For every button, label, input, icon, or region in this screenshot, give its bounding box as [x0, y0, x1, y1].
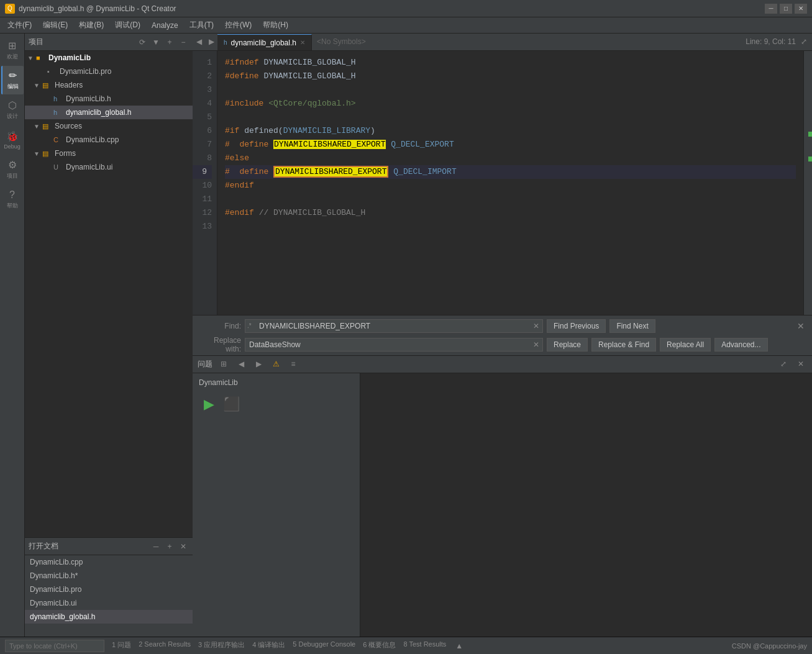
sidebar-debug[interactable]: 🐞 Debug [1, 125, 24, 154]
open-docs-minimize[interactable]: ─ [150, 541, 162, 552]
tab-next-btn[interactable]: ▶ [205, 34, 217, 50]
open-docs-header: 打开文档 ─ + ✕ [25, 538, 193, 555]
menu-controls[interactable]: 控件(W) [220, 19, 257, 32]
doc-item-pro[interactable]: DynamicLib.pro [25, 583, 193, 596]
status-tab-issues[interactable]: 1 问题 [112, 640, 131, 652]
issues-maximize-btn[interactable]: ⤢ [777, 358, 790, 370]
tab-prev-btn[interactable]: ◀ [193, 34, 205, 50]
menu-build[interactable]: 构建(B) [74, 19, 109, 32]
menu-analyze[interactable]: Analyze [147, 19, 183, 32]
find-row: Find: .* ✕ Find Previous Find Next ✕ [198, 318, 807, 334]
find-input[interactable] [245, 319, 543, 333]
status-tab-up-btn[interactable]: ▲ [454, 640, 465, 652]
replace-clear-button[interactable]: ✕ [531, 339, 542, 350]
status-tab-debugger[interactable]: 5 Debugger Console [293, 640, 355, 652]
tab-global-h[interactable]: h dynamiclib_global.h ✕ [217, 34, 312, 50]
doc-item-global-h[interactable]: dynamiclib_global.h [25, 610, 193, 624]
run-button[interactable]: ▶ [199, 394, 219, 414]
file-tree: 项目 ⟳ ▼ + − ▼ ■ DynamicLib [25, 34, 193, 537]
menu-file[interactable]: 文件(F) [2, 19, 37, 32]
tree-item-project[interactable]: ▼ ■ DynamicLib [25, 51, 193, 65]
tab-icon: h [224, 39, 227, 46]
tree-item-cpp[interactable]: C DynamicLib.cpp [25, 133, 193, 147]
code-area[interactable]: #ifndef DYNAMICLIB_GLOBAL_H #define DYNA… [217, 51, 803, 315]
code-line-3 [225, 83, 796, 97]
status-tab-compile[interactable]: 4 编译输出 [252, 640, 285, 652]
replace-find-button[interactable]: Replace & Find [591, 338, 656, 352]
menu-tools[interactable]: 工具(T) [185, 19, 219, 32]
cpp-file-icon: C [53, 136, 63, 143]
issues-warning-icon[interactable]: ⚠ [270, 358, 282, 370]
sidebar-help[interactable]: ? 帮助 [1, 185, 24, 214]
scroll-marker-1 [808, 132, 812, 137]
tab-symbols: <No Symbols> [312, 34, 741, 50]
locate-search-input[interactable] [5, 640, 104, 652]
status-tab-general[interactable]: 6 概要信息 [363, 640, 396, 652]
status-tabs: 1 问题 2 Search Results 3 应用程序输出 4 编译输出 5 … [112, 640, 724, 652]
global-h-label: dynamiclib_global.h [66, 108, 131, 117]
doc-item-h[interactable]: DynamicLib.h* [25, 569, 193, 583]
find-clear-button[interactable]: ✕ [531, 320, 542, 332]
issues-settings-btn[interactable]: ≡ [287, 358, 299, 370]
status-tab-test[interactable]: 8 Test Results [403, 640, 446, 652]
menu-debug[interactable]: 调试(D) [110, 19, 145, 32]
pro-file-icon: ▪ [47, 68, 57, 75]
replace-all-button[interactable]: Replace All [660, 338, 711, 352]
find-next-button[interactable]: Find Next [609, 319, 655, 333]
issues-filter-btn[interactable]: ⊞ [217, 358, 230, 370]
debug-output-area [360, 373, 812, 637]
file-tree-content: ▼ ■ DynamicLib ▪ DynamicLib.pro ▼ ▤ [25, 51, 193, 537]
maximize-editor-icon[interactable]: ⤢ [801, 37, 807, 46]
code-line-10: #endif [225, 179, 796, 193]
pro-label: DynamicLib.pro [60, 67, 111, 76]
close-button[interactable]: ✕ [795, 4, 807, 14]
chevron-down-icon: ▼ [34, 150, 42, 157]
help-icon: ? [9, 189, 15, 201]
status-tab-search[interactable]: 2 Search Results [139, 640, 191, 652]
sidebar-edit[interactable]: ✏ 编辑 [1, 66, 24, 94]
tree-item-forms[interactable]: ▼ ▤ Forms [25, 147, 193, 160]
sync-btn[interactable]: ⟳ [137, 37, 148, 48]
tree-item-headers[interactable]: ▼ ▤ Headers [25, 78, 193, 92]
sidebar-design[interactable]: ⬡ 设计 [1, 96, 24, 124]
sidebar-project[interactable]: ⚙ 项目 [1, 155, 24, 184]
sidebar-welcome[interactable]: ⊞ 欢迎 [1, 36, 24, 65]
tab-close-btn[interactable]: ✕ [300, 39, 305, 46]
stop-button[interactable]: ⬛ [221, 394, 241, 414]
open-docs-close[interactable]: ✕ [178, 541, 189, 552]
collapse-btn[interactable]: − [178, 37, 189, 48]
forms-folder-icon: ▤ [42, 150, 52, 158]
tree-item-pro[interactable]: ▪ DynamicLib.pro [25, 65, 193, 78]
menu-edit[interactable]: 编辑(E) [38, 19, 73, 32]
menu-help[interactable]: 帮助(H) [258, 19, 293, 32]
find-previous-button[interactable]: Find Previous [547, 319, 606, 333]
tree-item-sources[interactable]: ▼ ▤ Sources [25, 119, 193, 133]
issues-prev-btn[interactable]: ◀ [235, 358, 247, 370]
doc-item-cpp[interactable]: DynamicLib.cpp [25, 555, 193, 569]
tree-item-global-h[interactable]: h dynamiclib_global.h [25, 106, 193, 119]
editor-scrollbar[interactable] [803, 51, 812, 315]
tree-item-dynh[interactable]: h DynamicLib.h [25, 92, 193, 106]
replace-button[interactable]: Replace [547, 338, 588, 352]
status-tab-app-output[interactable]: 3 应用程序输出 [198, 640, 245, 652]
menubar: 文件(F) 编辑(E) 构建(B) 调试(D) Analyze 工具(T) 控件… [0, 17, 812, 34]
design-icon: ⬡ [8, 99, 17, 111]
edit-icon: ✏ [9, 70, 17, 81]
symbols-placeholder: <No Symbols> [317, 37, 366, 46]
open-docs-expand[interactable]: + [164, 541, 175, 552]
replace-row: Replace with: ✕ Replace Replace & Find R… [198, 337, 807, 353]
issues-next-btn[interactable]: ▶ [252, 358, 265, 370]
maximize-button[interactable]: □ [780, 4, 792, 14]
find-close-button[interactable]: ✕ [795, 320, 807, 332]
advanced-button[interactable]: Advanced... [714, 338, 767, 352]
ui-label: DynamicLib.ui [66, 163, 112, 171]
issues-close-btn[interactable]: ✕ [795, 358, 807, 370]
filter-btn[interactable]: ▼ [150, 37, 162, 48]
doc-item-ui[interactable]: DynamicLib.ui [25, 596, 193, 610]
replace-input[interactable] [245, 338, 543, 352]
tree-item-ui[interactable]: U DynamicLib.ui [25, 160, 193, 174]
forms-label: Forms [55, 149, 76, 158]
minimize-button[interactable]: ─ [765, 4, 777, 14]
expand-btn[interactable]: + [164, 37, 175, 48]
project-icon: ⚙ [8, 159, 17, 171]
